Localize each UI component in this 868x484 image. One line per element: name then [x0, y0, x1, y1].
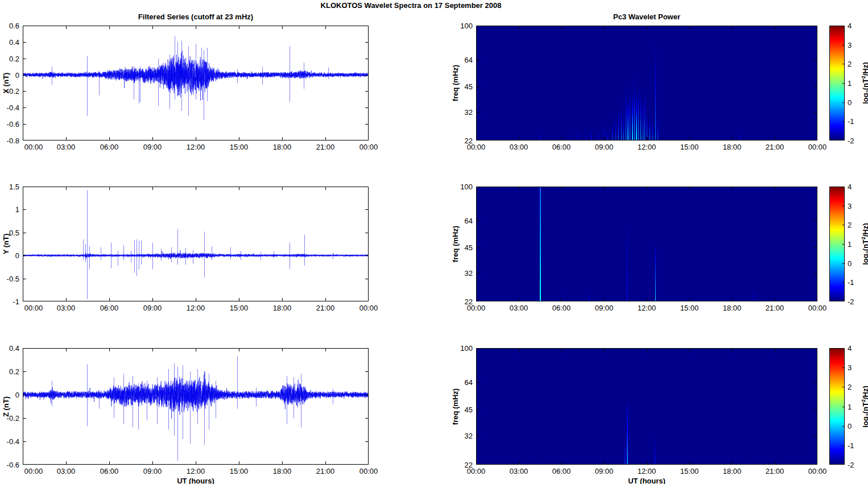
tick-label: 21:00: [316, 304, 335, 312]
tick-label: 18:00: [273, 304, 292, 312]
y-series-plot: [23, 187, 369, 301]
tick-label: 1: [15, 205, 19, 214]
tick-label: -2: [848, 461, 854, 469]
tick-label: 18:00: [723, 304, 742, 312]
y-wavelet-ytick-labels: 10064453222: [453, 187, 474, 301]
tick-label: 00:00: [359, 304, 378, 312]
colorbar-middle-label: log2(nT2/Hz): [861, 223, 868, 265]
tick-label: -0.4: [7, 104, 19, 112]
tick-label: -0.4: [7, 437, 19, 446]
tick-label: 00:00: [808, 304, 827, 312]
tick-label: 15:00: [680, 143, 699, 151]
tick-label: 00:00: [24, 467, 43, 475]
tick-label: 00:00: [24, 143, 43, 151]
tick-label: 18:00: [273, 143, 292, 151]
tick-label: 0: [15, 71, 19, 79]
tick-label: 00:00: [467, 143, 486, 151]
tick-label: 15:00: [230, 304, 249, 312]
tick-label: 18:00: [273, 467, 292, 475]
tick-label: 0: [15, 251, 19, 260]
tick-label: 06:00: [552, 143, 571, 151]
tick-label: 64: [465, 378, 473, 387]
tick-label: 0.2: [9, 367, 19, 376]
tick-label: 0.6: [9, 22, 19, 30]
tick-label: -0.5: [7, 274, 19, 283]
y-series-ytick-labels: 1.510.50-0.5-1: [0, 187, 20, 301]
tick-label: 15:00: [230, 467, 249, 475]
tick-label: 3: [848, 363, 852, 372]
tick-label: 18:00: [723, 467, 742, 475]
tick-label: 00:00: [359, 467, 378, 475]
panel-y-wavelet: freq (mHz) 10064453222 00:0003:0006:0009…: [476, 187, 817, 301]
z-wavelet-spectrogram: [476, 348, 817, 465]
tick-label: -0.8: [7, 136, 19, 145]
tick-label: 06:00: [100, 467, 119, 475]
tick-label: 1.5: [9, 183, 19, 191]
tick-label: -1: [848, 441, 854, 449]
tick-label: 2: [848, 60, 852, 68]
y-wavelet-spectrogram: [476, 187, 817, 301]
tick-label: 03:00: [510, 467, 528, 475]
panel-x-wavelet: Pc3 Wavelet Power freq (mHz) 10064453222…: [476, 26, 817, 140]
tick-label: -0.2: [7, 414, 19, 423]
colorbar-top-gradient: [829, 26, 845, 140]
tick-label: 03:00: [57, 467, 76, 475]
tick-label: 18:00: [723, 143, 742, 151]
figure-title: KLOKOTOS Wavelet Spectra on 17 September…: [0, 1, 822, 10]
tick-label: 00:00: [24, 304, 43, 312]
tick-label: 12:00: [638, 304, 656, 312]
tick-label: 09:00: [143, 304, 162, 312]
tick-label: 09:00: [595, 304, 614, 312]
figure: KLOKOTOS Wavelet Spectra on 17 September…: [0, 0, 868, 484]
tick-label: 0.2: [9, 54, 19, 63]
colorbar-top: 43210-1-2 log2(nT2/Hz): [829, 26, 845, 140]
tick-label: -2: [848, 297, 854, 306]
tick-label: -0.2: [7, 87, 19, 96]
panel-title-pc3-wavelet-power: Pc3 Wavelet Power: [476, 13, 817, 21]
tick-label: 0: [848, 98, 852, 106]
tick-label: 45: [465, 406, 473, 414]
tick-label: 0: [848, 421, 852, 430]
tick-label: 4: [848, 183, 852, 191]
left-x-axis-label: UT (hours): [23, 477, 369, 484]
tick-label: 12:00: [638, 143, 656, 151]
tick-label: 32: [465, 108, 473, 117]
tick-label: 0.4: [9, 38, 19, 46]
tick-label: 4: [848, 22, 852, 30]
x-wavelet-spectrogram: [476, 26, 817, 140]
tick-label: 21:00: [766, 304, 784, 312]
tick-label: 4: [848, 344, 852, 353]
tick-label: 2: [848, 221, 852, 229]
tick-label: 21:00: [766, 143, 784, 151]
tick-label: 00:00: [467, 304, 486, 312]
tick-label: 21:00: [316, 467, 335, 475]
tick-label: 32: [465, 432, 473, 440]
tick-label: -2: [848, 136, 854, 145]
panel-y-series: Y (nT) 1.510.50-0.5-1 00:0003:0006:0009:…: [23, 187, 369, 301]
tick-label: 15:00: [230, 143, 249, 151]
tick-label: 09:00: [143, 467, 162, 475]
colorbar-bottom: 43210-1-2 log2(nT2/Hz): [829, 348, 845, 465]
colorbar-bottom-label: log2(nT2/Hz): [861, 386, 868, 428]
panel-z-wavelet: freq (mHz) 10064453222 00:0003:0006:0009…: [476, 348, 817, 465]
tick-label: 00:00: [808, 467, 827, 475]
tick-label: 06:00: [552, 304, 571, 312]
x-series-ytick-labels: 0.60.40.20-0.2-0.4-0.6-0.8: [0, 26, 20, 140]
tick-label: 1: [848, 79, 852, 88]
tick-label: 100: [460, 22, 473, 30]
tick-label: -1: [848, 117, 854, 126]
x-wavelet-ytick-labels: 10064453222: [453, 26, 474, 140]
tick-label: 64: [465, 216, 473, 225]
tick-label: 45: [465, 82, 473, 90]
tick-label: 64: [465, 55, 473, 64]
z-wavelet-ytick-labels: 10064453222: [453, 348, 474, 465]
tick-label: 21:00: [766, 467, 784, 475]
tick-label: 2: [848, 383, 852, 391]
tick-label: 45: [465, 243, 473, 251]
tick-label: 21:00: [316, 143, 335, 151]
tick-label: 0: [848, 259, 852, 267]
colorbar-middle-gradient: [829, 187, 845, 301]
z-series-ytick-labels: 0.40.20-0.2-0.4-0.6: [0, 348, 20, 465]
tick-label: 09:00: [595, 467, 614, 475]
tick-label: 03:00: [510, 143, 528, 151]
